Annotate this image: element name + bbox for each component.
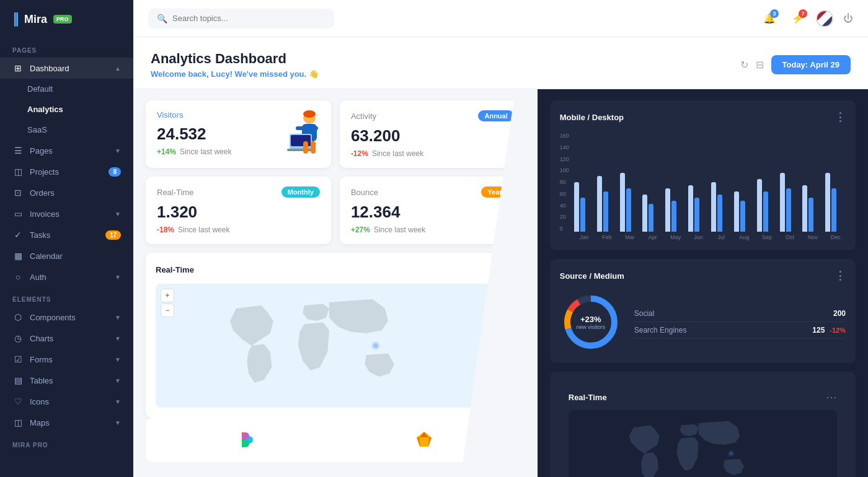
- topbar: 🔍 🔔 3 ⚡ 7 ⏻: [133, 0, 868, 37]
- activity-meta: -12% Since last week: [351, 149, 514, 158]
- map-dots-menu[interactable]: ⋯: [504, 263, 515, 276]
- bar-label: May: [665, 234, 686, 240]
- sidebar-item-projects[interactable]: ◫ Projects 8: [0, 161, 133, 182]
- power-button[interactable]: ⏻: [843, 13, 853, 24]
- bar-group: [620, 173, 640, 232]
- sidebar-item-default[interactable]: Default: [0, 79, 133, 99]
- source-dots-menu[interactable]: ⋮: [835, 269, 846, 282]
- donut-percent: +23%: [576, 315, 605, 324]
- source-medium-title: Source / Medium ⋮: [560, 269, 846, 282]
- realtime-value: 1.320: [157, 203, 320, 222]
- search-input[interactable]: [172, 14, 309, 23]
- activity-badge: Annual: [478, 110, 513, 121]
- search-wrap[interactable]: 🔍: [148, 9, 334, 28]
- activity-since: Since last week: [372, 149, 423, 158]
- bar-secondary: [574, 182, 579, 232]
- svg-point-11: [371, 341, 380, 350]
- calendar-label: Calendar: [30, 252, 121, 261]
- bar-secondary: [642, 195, 647, 232]
- sidebar-item-tables[interactable]: ▤ Tables ▼: [0, 370, 133, 391]
- bar-primary: [694, 198, 699, 232]
- projects-label: Projects: [30, 167, 102, 177]
- sidebar-item-auth[interactable]: ○ Auth ▼: [0, 266, 133, 287]
- sidebar-item-pages[interactable]: ☰ Pages ▼: [0, 140, 133, 161]
- svg-rect-8: [303, 141, 308, 154]
- logo-icon: ∥: [12, 11, 19, 27]
- sidebar-item-orders[interactable]: ⊡ Orders: [0, 182, 133, 203]
- bounce-card: Bounce Yearly 12.364 +27% Since last wee…: [340, 177, 525, 244]
- projects-badge: 8: [108, 167, 121, 177]
- realtime-meta: -18% Since last week: [157, 225, 320, 234]
- content-area: Visitors 24.532 +14% Since last week: [133, 89, 868, 477]
- page-header: Analytics Dashboard Welcome back, Lucy! …: [133, 37, 868, 89]
- bar-group: [597, 176, 618, 232]
- sidebar-item-charts[interactable]: ◷ Charts ▼: [0, 328, 133, 349]
- sidebar-item-analytics[interactable]: Analytics: [0, 99, 133, 120]
- tasks-label: Tasks: [30, 230, 99, 240]
- sidebar-item-components[interactable]: ⬡ Components ▼: [0, 307, 133, 328]
- sidebar-item-dashboard[interactable]: ⊞ Dashboard ▲: [0, 58, 133, 79]
- bar-primary: [831, 188, 836, 232]
- visitors-card: Visitors 24.532 +14% Since last week: [146, 100, 331, 168]
- refresh-icon[interactable]: ↻: [740, 59, 748, 71]
- charts-icon: ◷: [12, 333, 24, 343]
- components-icon: ⬡: [12, 312, 24, 322]
- bar-secondary: [757, 179, 762, 232]
- section-label-mirapro: MIRA PRO: [0, 433, 133, 452]
- alerts-icon[interactable]: ⚡ 7: [787, 8, 808, 29]
- bar-secondary: [711, 182, 716, 232]
- mobile-desktop-title: Mobile / Desktop ⋮: [560, 110, 846, 124]
- sidebar-item-tasks[interactable]: ✓ Tasks 17: [0, 224, 133, 245]
- chevron-icon: ▼: [115, 419, 121, 426]
- stats-grid-2: Real-Time Monthly 1.320 -18% Since last …: [146, 177, 525, 244]
- svg-rect-7: [287, 149, 314, 151]
- flag-avatar[interactable]: [816, 10, 833, 27]
- bar-primary: [649, 204, 653, 232]
- figma-logo: [236, 429, 258, 451]
- sidebar-item-forms[interactable]: ☑ Forms ▼: [0, 349, 133, 370]
- bar-primary: [786, 188, 791, 232]
- bar-label: Sep: [757, 234, 777, 240]
- invoices-icon: ▭: [12, 209, 24, 219]
- bar-group: [642, 195, 663, 232]
- sidebar-item-calendar[interactable]: ▦ Calendar: [0, 245, 133, 266]
- bar-group: [757, 179, 777, 232]
- bar-chart-bars: [574, 133, 846, 232]
- bar-label: Feb: [597, 234, 618, 240]
- map-header: Real-Time ⋯: [156, 263, 515, 276]
- svg-rect-3: [296, 126, 304, 130]
- bar-group: [711, 182, 732, 232]
- dark-map-dots[interactable]: ⋯: [826, 390, 837, 404]
- logo-badge: PRO: [53, 15, 72, 24]
- bounce-change: +27%: [351, 225, 370, 234]
- visitor-illustration: [263, 100, 331, 168]
- bar-secondary: [688, 185, 693, 232]
- tables-label: Tables: [30, 376, 108, 385]
- activity-value: 63.200: [351, 126, 514, 146]
- chevron-icon: ▼: [115, 211, 121, 217]
- default-label: Default: [27, 84, 53, 94]
- bar-secondary: [734, 191, 739, 232]
- bounce-since: Since last week: [374, 225, 425, 234]
- sidebar-item-invoices[interactable]: ▭ Invoices ▼: [0, 203, 133, 224]
- chevron-icon: ▼: [115, 398, 121, 405]
- bounce-badge: Yearly: [481, 186, 513, 198]
- bar-group: [802, 185, 823, 232]
- bar-group: [825, 173, 846, 232]
- date-button[interactable]: Today: April 29: [771, 55, 851, 74]
- chevron-icon: ▼: [115, 314, 121, 321]
- forms-label: Forms: [30, 355, 108, 364]
- notifications-icon[interactable]: 🔔 3: [759, 8, 780, 29]
- filter-icon[interactable]: ⊟: [756, 59, 764, 71]
- stats-grid: Visitors 24.532 +14% Since last week: [146, 100, 525, 168]
- logo: ∥ Mira PRO: [0, 0, 133, 38]
- bar-label: Mar: [620, 234, 640, 240]
- bar-primary: [740, 201, 745, 232]
- bar-primary: [671, 201, 676, 232]
- chart-dots-menu[interactable]: ⋮: [835, 110, 846, 124]
- realtime-change: -18%: [157, 225, 174, 234]
- section-label-pages: PAGES: [0, 38, 133, 58]
- sidebar-item-saas[interactable]: SaaS: [0, 120, 133, 140]
- sidebar-item-maps[interactable]: ◫ Maps ▼: [0, 412, 133, 433]
- sidebar-item-icons[interactable]: ♡ Icons ▼: [0, 391, 133, 412]
